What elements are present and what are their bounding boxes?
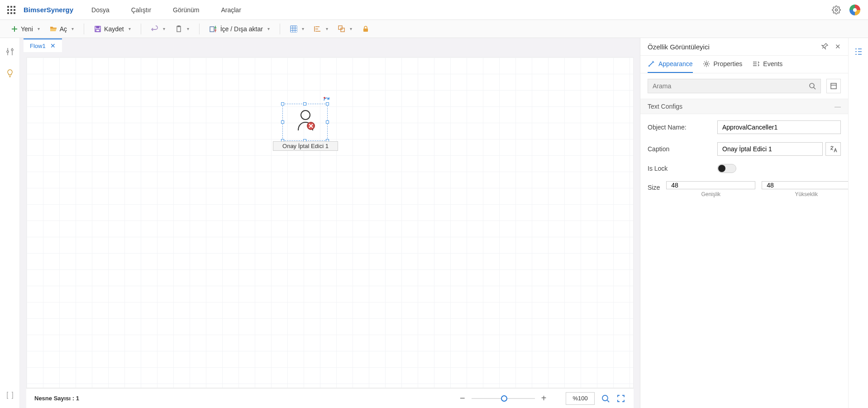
close-panel-icon[interactable]: ✕: [835, 43, 841, 51]
selected-node[interactable]: Onay İptal Edici 1: [282, 104, 328, 141]
panel-tabs: Appearance Properties Events: [640, 56, 848, 73]
save-button-label: Kaydet: [104, 25, 124, 33]
toolbar-separator: [280, 24, 280, 34]
svg-rect-5: [96, 29, 100, 32]
svg-rect-11: [363, 29, 368, 32]
size-label: Size: [648, 181, 660, 191]
approval-canceller-icon: [296, 109, 315, 131]
tab-properties-label: Properties: [714, 60, 743, 67]
grid-button[interactable]: ▾: [286, 24, 308, 34]
new-button-label: Yeni: [21, 25, 33, 33]
top-menu-bar: BimserSynergy Dosya Çalıştır Görünüm Ara…: [0, 0, 868, 20]
object-name-input[interactable]: [717, 120, 841, 134]
size-height-hint: Yükseklik: [762, 191, 851, 197]
menu-view[interactable]: Görünüm: [173, 6, 199, 14]
flow-canvas[interactable]: Onay İptal Edici 1: [26, 57, 634, 388]
tab-flow1[interactable]: Flow1 ✕: [24, 38, 62, 52]
svg-rect-6: [177, 26, 181, 32]
undo-button[interactable]: ▾: [148, 24, 169, 34]
lock-button[interactable]: [358, 24, 373, 34]
toolbar-separator: [199, 24, 200, 34]
open-button[interactable]: Aç ▾: [46, 24, 77, 34]
arrange-button[interactable]: ▾: [334, 24, 356, 34]
svg-point-12: [324, 97, 325, 99]
node-label[interactable]: Onay İptal Edici 1: [273, 141, 338, 151]
search-icon: [809, 82, 816, 90]
zoom-control: − +: [460, 393, 559, 403]
panel-search[interactable]: [648, 79, 821, 93]
settings-gear-icon[interactable]: [832, 5, 841, 14]
zoom-slider-track[interactable]: [472, 398, 535, 399]
panel-header: Özellik Görüntüleyici ✕: [640, 38, 848, 56]
save-button[interactable]: Kaydet ▾: [91, 24, 134, 34]
tab-events[interactable]: Events: [752, 60, 782, 73]
profile-color-icon[interactable]: [849, 4, 861, 16]
outline-rail-icon[interactable]: [854, 47, 863, 56]
group-label: Text Configs: [648, 103, 682, 110]
chevron-down-icon: ▾: [302, 26, 304, 31]
svg-rect-8: [210, 27, 214, 32]
resize-handle[interactable]: [303, 102, 306, 106]
resize-handle[interactable]: [281, 120, 284, 124]
chevron-down-icon: ▾: [38, 26, 40, 31]
align-button[interactable]: ▾: [310, 24, 332, 34]
apps-grid-icon[interactable]: [7, 6, 15, 14]
svg-rect-18: [831, 83, 836, 89]
svg-point-2: [853, 8, 857, 12]
new-button[interactable]: Yeni ▾: [7, 24, 43, 34]
svg-rect-10: [341, 28, 344, 32]
rotate-handle-icon[interactable]: [323, 96, 331, 102]
collapse-icon[interactable]: —: [835, 103, 841, 110]
islock-toggle[interactable]: [717, 164, 736, 173]
panel-layout-button[interactable]: [826, 79, 841, 93]
tab-events-label: Events: [763, 60, 782, 67]
tab-appearance[interactable]: Appearance: [648, 60, 693, 73]
toolbar: Yeni ▾ Aç ▾ Kaydet ▾ ▾ ▾ İçe / Dışa akta…: [0, 20, 868, 38]
svg-point-13: [301, 110, 310, 120]
tab-label: Flow1: [30, 43, 46, 49]
svg-rect-4: [96, 26, 99, 28]
caption-input[interactable]: [717, 142, 823, 156]
canvas-area: Flow1 ✕: [20, 38, 640, 408]
open-button-label: Aç: [60, 25, 67, 33]
toolbar-separator: [141, 24, 141, 34]
fullscreen-icon[interactable]: [616, 394, 625, 403]
right-rail: [848, 38, 868, 408]
main-menu: Dosya Çalıştır Görünüm Araçlar: [91, 6, 241, 14]
resize-handle[interactable]: [281, 102, 284, 106]
svg-rect-9: [339, 26, 342, 29]
resize-handle[interactable]: [326, 102, 329, 106]
panel-title: Özellik Görüntüleyici: [648, 43, 710, 51]
tab-close-icon[interactable]: ✕: [50, 42, 56, 49]
tab-properties[interactable]: Properties: [703, 60, 743, 73]
zoom-out-button[interactable]: −: [460, 393, 465, 403]
menu-tools[interactable]: Araçlar: [221, 6, 241, 14]
property-panel: Özellik Görüntüleyici ✕ Appearance Prope…: [640, 38, 848, 408]
zoom-slider-thumb[interactable]: [501, 395, 507, 402]
import-export-button[interactable]: İçe / Dışa aktar ▾: [206, 24, 273, 34]
tools-rail-icon[interactable]: [5, 47, 14, 56]
resize-handle[interactable]: [326, 120, 329, 124]
menu-file[interactable]: Dosya: [91, 6, 110, 14]
pin-icon[interactable]: [821, 43, 829, 51]
toolbar-separator: [84, 24, 84, 34]
zoom-fit-icon[interactable]: [601, 394, 610, 403]
size-width-input[interactable]: [666, 181, 755, 189]
group-text-configs[interactable]: Text Configs —: [640, 99, 848, 114]
svg-point-0: [835, 9, 838, 11]
clipboard-button[interactable]: ▾: [172, 24, 193, 34]
zoom-in-button[interactable]: +: [541, 393, 547, 403]
svg-point-17: [810, 83, 814, 88]
zoom-value-box[interactable]: %100: [566, 392, 595, 405]
brand-title: BimserSynergy: [24, 6, 73, 14]
islock-label: Is Lock: [648, 165, 711, 172]
svg-point-15: [602, 395, 608, 401]
size-height-input[interactable]: [762, 181, 851, 189]
panel-body: Object Name: Caption Is Lock Siz: [640, 114, 848, 204]
translate-button[interactable]: [825, 142, 841, 156]
panel-search-input[interactable]: [653, 82, 809, 90]
caption-label: Caption: [648, 145, 711, 153]
brackets-rail-icon[interactable]: [5, 391, 14, 400]
hint-rail-icon[interactable]: [5, 69, 14, 78]
menu-run[interactable]: Çalıştır: [131, 6, 151, 14]
